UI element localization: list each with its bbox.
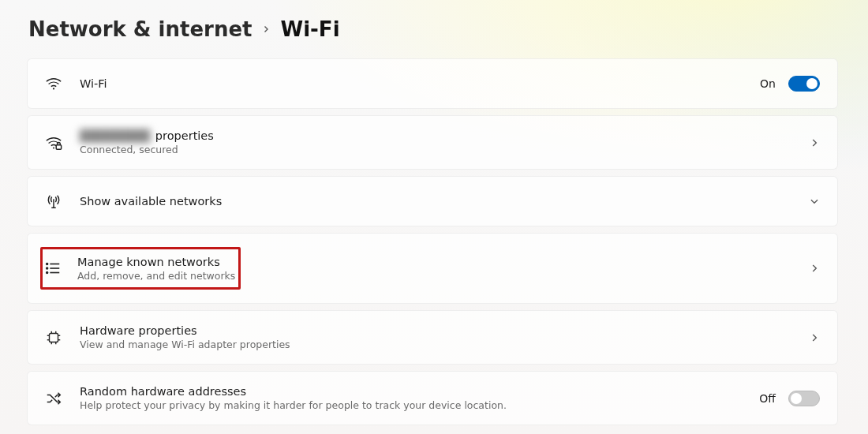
wifi-state-label: On: [760, 77, 776, 90]
chevron-right-icon: [809, 332, 820, 343]
random-hw-addresses-sub: Help protect your privacy by making it h…: [80, 399, 742, 411]
random-hw-addresses-label: Random hardware addresses: [80, 385, 742, 398]
svg-point-5: [47, 264, 48, 265]
wifi-toggle-row[interactable]: Wi-Fi On: [27, 58, 838, 109]
svg-point-1: [53, 147, 54, 148]
highlight-annotation: Manage known networks Add, remove, and e…: [40, 247, 241, 290]
manage-known-networks-label: Manage known networks: [77, 256, 235, 268]
wifi-label: Wi-Fi: [80, 77, 743, 90]
hardware-properties-sub: View and manage Wi-Fi adapter properties: [80, 339, 791, 350]
antenna-icon: [45, 193, 62, 210]
chip-icon: [45, 329, 62, 346]
svg-point-9: [47, 272, 48, 274]
settings-panel: Wi-Fi On ████████ properties Connected, …: [27, 58, 838, 425]
chevron-right-icon: [809, 137, 820, 148]
chevron-down-icon: [809, 196, 820, 207]
chevron-right-icon: [261, 24, 271, 34]
breadcrumb-parent[interactable]: Network & internet: [28, 17, 252, 41]
random-hw-addresses-row[interactable]: Random hardware addresses Help protect y…: [27, 371, 838, 425]
network-properties-row[interactable]: ████████ properties Connected, secured: [27, 115, 838, 170]
wifi-secured-icon: [45, 134, 62, 152]
chevron-right-icon: [809, 263, 820, 274]
manage-known-networks-row[interactable]: Manage known networks Add, remove, and e…: [27, 233, 838, 304]
list-icon: [44, 260, 62, 277]
svg-point-0: [53, 88, 54, 89]
redacted-ssid: ████████: [80, 129, 152, 142]
wifi-icon: [45, 75, 62, 92]
network-properties-title: ████████ properties: [80, 129, 791, 142]
svg-rect-2: [56, 144, 61, 149]
show-available-networks-row[interactable]: Show available networks: [27, 176, 838, 226]
hardware-properties-label: Hardware properties: [80, 324, 791, 337]
svg-point-7: [47, 268, 48, 269]
network-properties-suffix: properties: [155, 129, 214, 142]
breadcrumb: Network & internet Wi-Fi: [27, 17, 838, 41]
breadcrumb-current: Wi-Fi: [280, 17, 339, 41]
shuffle-icon: [45, 390, 62, 407]
svg-rect-11: [50, 333, 58, 342]
hardware-properties-row[interactable]: Hardware properties View and manage Wi-F…: [27, 310, 838, 365]
manage-known-networks-sub: Add, remove, and edit networks: [77, 270, 235, 282]
random-hw-state-label: Off: [759, 392, 776, 405]
random-hw-toggle[interactable]: [788, 391, 820, 406]
wifi-toggle[interactable]: [788, 76, 820, 92]
network-properties-sub: Connected, secured: [80, 144, 791, 155]
show-available-networks-label: Show available networks: [80, 195, 791, 208]
